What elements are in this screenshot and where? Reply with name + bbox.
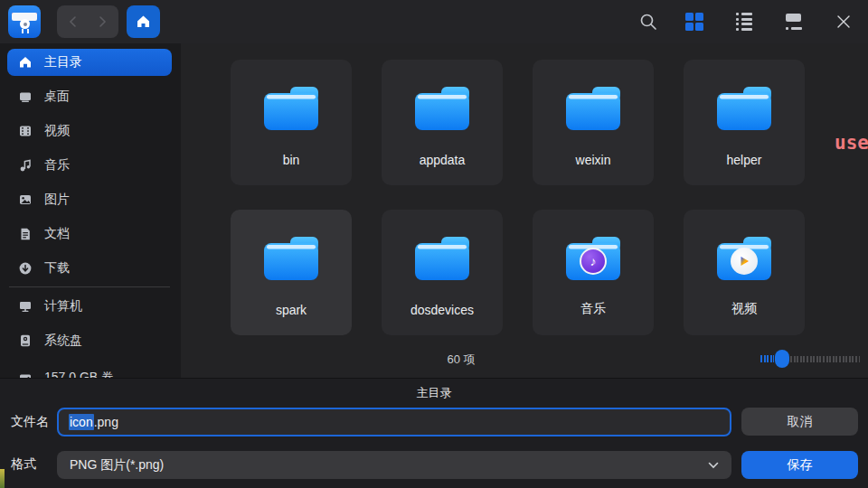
sidebar-item-downloads[interactable]: 下载 (7, 255, 172, 282)
nav-button-group (57, 5, 118, 38)
folder-name: bin (231, 153, 352, 167)
compact-view-icon (786, 14, 802, 30)
filename-extension-text: .png (94, 415, 118, 429)
sidebar-item-pictures[interactable]: 图片 (7, 186, 172, 213)
folder-name: appdata (382, 153, 503, 167)
system-disk-icon (18, 333, 33, 348)
documents-icon (18, 227, 33, 241)
list-view-icon (736, 13, 752, 31)
icon-size-slider[interactable] (760, 349, 862, 369)
folder-tile-appdata[interactable]: appdata (382, 60, 503, 185)
folder-name: spark (231, 303, 352, 317)
downloads-icon (18, 261, 33, 276)
sidebar-item-label: 下载 (44, 260, 70, 277)
search-icon (639, 13, 657, 31)
sidebar-item-music[interactable]: 音乐 (7, 152, 172, 179)
titlebar (0, 0, 868, 43)
slider-ticks-active (760, 355, 774, 362)
sidebar-item-label: 桌面 (44, 89, 70, 105)
grid-view-icon (685, 13, 703, 31)
back-button[interactable] (57, 5, 88, 38)
format-label: 格式 (11, 450, 36, 478)
forward-button[interactable] (88, 5, 118, 38)
home-button[interactable] (127, 5, 160, 38)
folder-tile-videos[interactable]: 视频 (684, 210, 805, 335)
folder-icon (262, 235, 320, 282)
sidebar-item-label: 主目录 (44, 54, 82, 70)
list-view-button[interactable] (724, 0, 764, 43)
computer-icon (18, 299, 33, 314)
background-red-text: use (835, 132, 868, 154)
slider-handle[interactable] (775, 350, 789, 368)
folder-tile-helper[interactable]: helper (684, 60, 805, 185)
chevron-right-icon (99, 15, 108, 28)
folder-name: dosdevices (382, 303, 503, 317)
videos-icon (18, 124, 33, 138)
folder-tile-music[interactable]: ♪ 音乐 (533, 210, 654, 335)
folder-tile-dosdevices[interactable]: dosdevices (382, 210, 503, 335)
folder-tile-bin[interactable]: bin (231, 60, 352, 185)
folder-icon (715, 85, 773, 132)
save-dialog-footer: 主目录 文件名 icon.png 取消 格式 PNG 图片(*.png) 保存 (0, 378, 868, 488)
folder-name: 视频 (684, 301, 805, 317)
format-dropdown[interactable]: PNG 图片(*.png) (57, 451, 731, 479)
home-icon (18, 55, 33, 70)
volume-icon (18, 371, 33, 378)
folder-name: 音乐 (533, 301, 654, 317)
app-icon-dial (20, 19, 30, 29)
sidebar-item-label: 157.0 GB 卷 (44, 370, 114, 378)
search-button[interactable] (628, 0, 668, 43)
sidebar: 主目录 桌面 视频 音乐 (0, 43, 181, 378)
sidebar-item-videos[interactable]: 视频 (7, 117, 172, 145)
item-count: 60 项 (181, 352, 741, 368)
current-location-breadcrumb[interactable]: 主目录 (0, 385, 868, 401)
sidebar-item-label: 音乐 (44, 157, 70, 174)
sidebar-item-label: 图片 (44, 192, 70, 208)
folder-name: weixin (533, 153, 654, 167)
folder-icon (564, 85, 622, 132)
sidebar-item-home[interactable]: 主目录 (7, 49, 172, 76)
filename-label: 文件名 (11, 408, 49, 436)
close-icon (836, 14, 851, 29)
folder-icon (413, 235, 471, 282)
cancel-button[interactable]: 取消 (741, 408, 858, 436)
folder-icon (262, 85, 320, 132)
play-badge-icon (731, 248, 758, 275)
folder-tile-weixin[interactable]: weixin (533, 60, 654, 185)
filename-input[interactable]: icon.png (57, 408, 731, 436)
compact-view-button[interactable] (774, 0, 814, 43)
close-button[interactable] (824, 0, 863, 43)
slider-ticks-inactive (790, 356, 860, 362)
desktop-icon (18, 89, 33, 104)
sidebar-item-label: 视频 (44, 123, 70, 139)
sidebar-item-volume[interactable]: 157.0 GB 卷 (7, 364, 172, 378)
sidebar-item-label: 文档 (44, 226, 70, 242)
chevron-left-icon (68, 15, 77, 28)
folder-grid: bin appdata weixin helper (181, 43, 868, 378)
sidebar-item-computer[interactable]: 计算机 (7, 293, 172, 320)
pictures-icon (18, 192, 33, 207)
home-icon (136, 14, 151, 29)
grid-view-button[interactable] (675, 0, 714, 43)
music-icon (18, 158, 33, 173)
sidebar-item-label: 计算机 (44, 298, 82, 314)
format-value: PNG 图片(*.png) (70, 457, 164, 474)
sidebar-divider (9, 286, 170, 287)
sidebar-item-system-disk[interactable]: 系统盘 (7, 327, 172, 354)
save-button[interactable]: 保存 (741, 451, 858, 479)
sidebar-item-documents[interactable]: 文档 (7, 221, 172, 248)
folder-icon (413, 85, 471, 132)
folder-name: helper (684, 153, 805, 167)
sidebar-item-label: 系统盘 (44, 333, 82, 349)
wallpaper-sliver (0, 469, 5, 488)
music-note-badge-icon: ♪ (580, 248, 607, 275)
sidebar-item-desktop[interactable]: 桌面 (7, 83, 172, 110)
file-manager-save-dialog: 主目录 桌面 视频 音乐 (0, 0, 868, 488)
filename-selected-text: icon (69, 414, 94, 430)
chevron-down-icon (708, 462, 719, 469)
file-manager-app-icon (8, 5, 41, 38)
folder-tile-spark[interactable]: spark (231, 210, 352, 335)
